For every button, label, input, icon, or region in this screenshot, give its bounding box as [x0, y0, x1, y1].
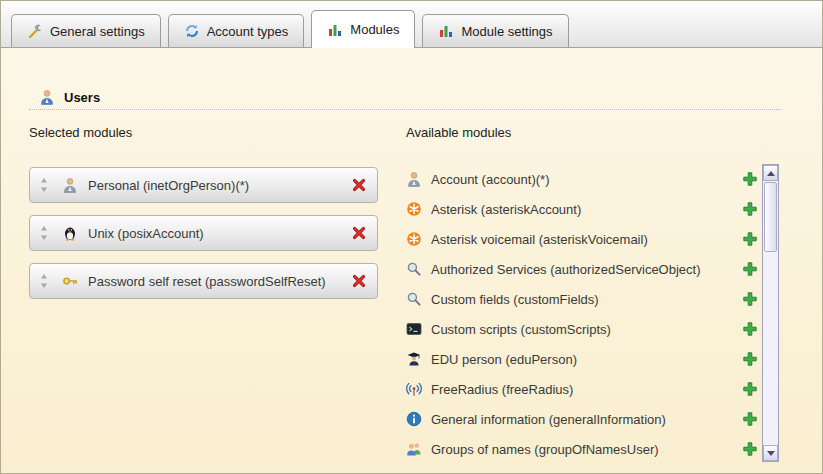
scroll-down-button[interactable] [763, 445, 778, 461]
tab-module-settings[interactable]: Module settings [422, 14, 568, 47]
tab-label: Module settings [461, 24, 552, 39]
available-module-row: Asterisk voicemail (asteriskVoicemail) [406, 224, 758, 254]
available-module-label: EDU person (eduPerson) [431, 352, 577, 367]
available-module-row: Groups of names (groupOfNamesUser) [406, 434, 758, 464]
delete-icon[interactable] [351, 225, 367, 241]
available-module-label: General information (generalInformation) [431, 412, 666, 427]
selected-modules-heading: Selected modules [29, 125, 132, 140]
search-icon [406, 261, 422, 277]
terminal-icon [406, 321, 422, 337]
tab-bar: General settings Account types Modules M… [1, 1, 822, 48]
selected-module-label: Personal (inetOrgPerson)(*) [88, 178, 249, 193]
available-module-label: FreeRadius (freeRadius) [431, 382, 573, 397]
tab-account-types[interactable]: Account types [168, 14, 305, 47]
add-icon[interactable] [742, 291, 758, 307]
signal-icon [406, 381, 422, 397]
available-module-label: Groups of names (groupOfNamesUser) [431, 442, 659, 457]
selected-module-label: Password self reset (passwordSelfReset) [88, 274, 326, 289]
tab-general-settings[interactable]: General settings [11, 14, 161, 47]
add-icon[interactable] [742, 231, 758, 247]
add-icon[interactable] [742, 411, 758, 427]
add-icon[interactable] [742, 381, 758, 397]
add-icon[interactable] [742, 201, 758, 217]
drag-handle-icon[interactable] [40, 274, 48, 288]
selected-module-row[interactable]: Personal (inetOrgPerson)(*) [29, 167, 378, 203]
available-module-row: Account (account)(*) [406, 164, 758, 194]
scroll-down-icon [767, 451, 775, 456]
add-icon[interactable] [742, 171, 758, 187]
graduate-icon [406, 351, 422, 367]
available-modules-list: Account (account)(*) Asterisk (asteriskA… [406, 164, 758, 464]
sync-icon [184, 23, 200, 39]
section-title-users: Users [39, 89, 100, 105]
available-module-label: Custom fields (customFields) [431, 292, 599, 307]
asterisk-icon [406, 231, 422, 247]
modules-icon [327, 22, 343, 38]
scroll-up-icon [767, 171, 775, 176]
available-module-row: Custom fields (customFields) [406, 284, 758, 314]
add-icon[interactable] [742, 351, 758, 367]
available-module-row: Authorized Services (authorizedServiceOb… [406, 254, 758, 284]
asterisk-icon [406, 201, 422, 217]
section-title-label: Users [64, 90, 100, 105]
selected-modules-list: Personal (inetOrgPerson)(*) Unix (posixA… [29, 167, 378, 299]
info-icon [406, 411, 422, 427]
add-icon[interactable] [742, 441, 758, 457]
delete-icon[interactable] [351, 177, 367, 193]
search-icon [406, 291, 422, 307]
drag-handle-icon[interactable] [40, 226, 48, 240]
available-module-label: Asterisk voicemail (asteriskVoicemail) [431, 232, 648, 247]
available-module-row: General information (generalInformation) [406, 404, 758, 434]
selected-module-label: Unix (posixAccount) [88, 226, 204, 241]
module-configuration-page: General settings Account types Modules M… [0, 0, 823, 474]
available-modules-scrollbar[interactable] [762, 164, 779, 462]
user-icon [406, 171, 422, 187]
group-icon [406, 441, 422, 457]
available-module-label: Custom scripts (customScripts) [431, 322, 611, 337]
tux-icon [62, 225, 78, 241]
available-modules-heading: Available modules [406, 125, 511, 140]
selected-module-row[interactable]: Unix (posixAccount) [29, 215, 378, 251]
scroll-up-button[interactable] [763, 165, 778, 181]
available-module-row: EDU person (eduPerson) [406, 344, 758, 374]
available-module-row: Custom scripts (customScripts) [406, 314, 758, 344]
scrollbar-track[interactable] [763, 181, 778, 445]
section-divider [29, 109, 781, 110]
available-module-label: Account (account)(*) [431, 172, 550, 187]
drag-handle-icon[interactable] [40, 178, 48, 192]
available-module-row: Asterisk (asteriskAccount) [406, 194, 758, 224]
available-module-row: FreeRadius (freeRadius) [406, 374, 758, 404]
tab-label: Modules [350, 22, 399, 37]
key-icon [62, 273, 78, 289]
selected-module-row[interactable]: Password self reset (passwordSelfReset) [29, 263, 378, 299]
wrench-icon [27, 23, 43, 39]
modules-icon [438, 23, 454, 39]
add-icon[interactable] [742, 261, 758, 277]
delete-icon[interactable] [351, 273, 367, 289]
user-icon [62, 177, 78, 193]
add-icon[interactable] [742, 321, 758, 337]
available-module-label: Asterisk (asteriskAccount) [431, 202, 581, 217]
tab-modules[interactable]: Modules [311, 10, 415, 48]
available-module-label: Authorized Services (authorizedServiceOb… [431, 262, 701, 277]
tab-label: General settings [50, 24, 145, 39]
scrollbar-thumb[interactable] [764, 182, 777, 252]
users-icon [39, 89, 55, 105]
tab-label: Account types [207, 24, 289, 39]
